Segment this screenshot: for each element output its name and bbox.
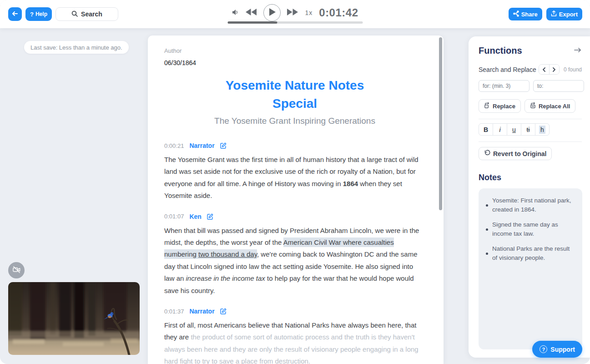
arrow-right-icon [574,47,582,55]
timestamp[interactable]: 0:01:37 [164,308,184,315]
transcript-text[interactable]: First of all, most Americans believe tha… [164,319,424,364]
help-button[interactable]: ? Help [25,7,52,21]
search-icon [71,10,78,18]
help-label: Help [35,11,47,17]
export-button[interactable]: Export [546,8,582,20]
search-replace-label: Search and Replace [479,66,539,73]
unplayed-text: the product of some sort of automatic pr… [164,333,419,364]
search-label: Search [81,10,102,18]
transcript-text[interactable]: The Yosemite Grant was the first time in… [164,154,424,202]
question-icon: ? [30,11,34,18]
replace-button[interactable]: Replace [479,99,521,113]
functions-panel: Functions Search and Replace 0 found [469,36,590,358]
edit-speaker-icon[interactable] [220,308,227,314]
camera-off-icon [12,265,21,276]
share-label: Share [521,11,538,18]
transcript-paragraph: 0:01:07 Ken When that bill was passed an… [164,213,425,297]
edit-speaker-icon[interactable] [207,213,213,220]
play-button[interactable] [263,4,281,21]
question-icon: ? [540,345,547,353]
share-button[interactable]: Share [509,8,542,20]
fast-forward-icon [287,9,298,17]
back-arrow-icon [11,10,19,19]
forest-bird-scene [8,282,140,355]
highlighted-underlined-text: two thousand a day [198,249,257,259]
replace-all-button[interactable]: Replace All [524,99,576,113]
note-item: Signed the same day as income tax law. [486,220,575,238]
notes-box[interactable]: Yosemite: First national park, created i… [479,188,582,349]
previous-match-button[interactable] [539,65,549,74]
highlight-button[interactable]: h [535,123,550,136]
progress-fill [227,21,277,24]
transcript-paragraph: 0:00:21 Narrator The Yosemite Grant was … [164,142,425,202]
search-input[interactable]: Search [55,7,118,21]
functions-title: Functions [479,46,522,56]
revert-to-original-button[interactable]: Revert to Original [479,147,552,160]
fast-forward-button[interactable] [287,9,298,17]
bullet-icon [486,204,488,207]
document-subtitle[interactable]: The Yosemite Grant Inspiring Generations [164,116,425,126]
playback-time: 0:01:42 [319,6,358,19]
export-label: Export [559,11,578,18]
app-window: ? Help Search [0,0,590,364]
back-button[interactable] [8,7,22,21]
note-item: National Parks are the result of visiona… [486,244,575,263]
edit-speaker-icon[interactable] [220,142,227,149]
playback-controls: 1x 0:01:42 [218,0,373,28]
bullet-icon [486,253,488,255]
transcript-text[interactable]: When that bill was passed and signed by … [164,225,424,297]
timestamp[interactable]: 0:00:21 [164,142,184,149]
replace-with-input[interactable] [533,80,584,92]
transcript-paragraph: 0:01:37 Narrator First of all, most Amer… [164,308,425,364]
notes-title: Notes [479,173,582,182]
share-icon [513,10,519,18]
top-toolbar: ? Help Search [0,0,590,28]
divider [479,119,582,119]
bullet-icon [486,228,488,231]
italic-button[interactable]: i [493,123,507,136]
support-button[interactable]: ? Support [532,341,582,358]
last-save-status: Last save: Less than a minute ago. [24,41,129,54]
replace-icon [484,102,490,110]
collapse-panel-button[interactable] [574,47,582,55]
rewind-button[interactable] [246,9,257,17]
timestamp[interactable]: 0:01:07 [164,213,184,220]
document-date[interactable]: 06/30/1864 [164,59,425,66]
matches-found-count: 0 found [564,66,582,73]
format-toolbar: B i u ti h [479,123,582,136]
divider [479,142,582,142]
document-title[interactable]: Yosemite Nature Notes Special [164,76,425,113]
author-label: Author [164,47,425,54]
find-input[interactable] [479,80,529,92]
playback-progress-bar[interactable] [227,21,363,24]
volume-icon [232,9,239,17]
rewind-icon [246,9,257,17]
speaker-name[interactable]: Narrator [189,142,214,149]
strikethrough-button[interactable]: ti [521,123,535,136]
export-icon [551,10,557,18]
play-icon [269,8,276,17]
volume-button[interactable] [232,9,239,17]
camera-off-button[interactable] [8,262,25,278]
playback-speed-button[interactable]: 1x [305,9,313,16]
replace-all-icon [530,102,536,110]
note-item: Yosemite: First national park, created i… [486,196,575,214]
video-preview[interactable] [8,282,140,355]
next-match-button[interactable] [549,65,559,74]
underline-button[interactable]: u [507,123,521,136]
document-scrollbar[interactable] [439,37,442,210]
speaker-name[interactable]: Ken [189,213,201,220]
speaker-name[interactable]: Narrator [189,308,214,315]
revert-icon [484,150,490,157]
bold-button[interactable]: B [479,123,493,136]
transcript-document: Author 06/30/1864 Yosemite Nature Notes … [148,35,444,364]
